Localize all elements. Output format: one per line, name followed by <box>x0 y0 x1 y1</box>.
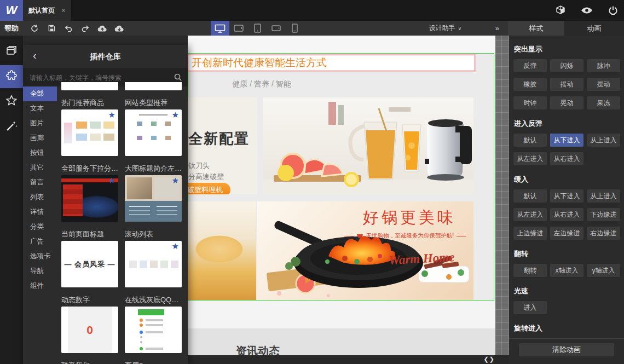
plugin-item[interactable]: 大图标题简介左右切... <box>125 164 182 229</box>
plugin-item-thumbnail[interactable] <box>125 307 182 353</box>
animation-button-晃动[interactable]: 晃动 <box>550 96 583 109</box>
plugin-thumb-partial[interactable] <box>125 82 182 90</box>
animation-button-闪烁[interactable]: 闪烁 <box>550 59 583 72</box>
plugin-item[interactable]: 页眉2 <box>125 361 182 364</box>
plugin-item-thumbnail[interactable]: 0 <box>61 307 118 353</box>
preview-eye-icon[interactable] <box>580 4 593 17</box>
left-banner-button[interactable]: 热破壁料理机 <box>188 183 230 194</box>
animation-button-左边缘进[interactable]: 左边缘进 <box>550 227 583 240</box>
device-phone-portrait-button[interactable] <box>285 21 304 36</box>
animation-button-y轴进入[interactable]: y轴进入 <box>587 264 620 277</box>
animation-button-从右进入[interactable]: 从右进入 <box>550 152 583 165</box>
design-canvas[interactable]: 开创新时代健康智能生活方式 健康 / 营养 / 智能 全新配置 钛刀头 分高速破… <box>188 36 495 355</box>
animation-button-从下进入[interactable]: 从下进入 <box>550 134 583 147</box>
sidebar-item-plugins[interactable] <box>0 65 23 88</box>
animation-button-从上进入[interactable]: 从上进入 <box>587 134 620 147</box>
undo-icon[interactable] <box>62 22 74 34</box>
plugin-item[interactable]: 联系我们 <box>61 361 118 364</box>
plugin-item[interactable]: 全部服务下拉分类带... <box>61 164 118 229</box>
refresh-icon[interactable] <box>28 22 41 34</box>
animation-button-反弹[interactable]: 反弹 <box>513 59 547 72</box>
tab-animation[interactable]: 动画 <box>564 21 624 36</box>
animation-button-从右进入[interactable]: 从右进入 <box>550 208 583 221</box>
category-列表[interactable]: 列表 <box>23 190 57 205</box>
plugin-item-thumbnail[interactable]: — 会员风采 — <box>61 241 118 287</box>
animation-button-默认[interactable]: 默认 <box>513 134 547 147</box>
plugin-thumb-partial[interactable] <box>61 82 118 90</box>
animation-button-脉冲[interactable]: 脉冲 <box>587 59 620 72</box>
tab-style[interactable]: 样式 <box>508 21 564 36</box>
animation-button-右边缘进[interactable]: 右边缘进 <box>587 227 620 240</box>
category-选项卡[interactable]: 选项卡 <box>23 249 57 264</box>
category-组件[interactable]: 组件 <box>23 279 57 293</box>
category-详情[interactable]: 详情 <box>23 205 57 219</box>
animation-button-从左进入[interactable]: 从左进入 <box>513 152 547 165</box>
device-phone-landscape-button[interactable] <box>267 21 285 36</box>
category-全部[interactable]: 全部 <box>23 86 57 101</box>
tab-close-icon[interactable]: × <box>61 6 66 15</box>
sidebar-item-wizard[interactable] <box>0 115 23 138</box>
animation-button-从上进入[interactable]: 从上进入 <box>587 189 620 203</box>
category-按钮[interactable]: 按钮 <box>23 146 57 160</box>
animation-button-下边缘进[interactable]: 下边缘进 <box>587 208 620 221</box>
animation-button-从左进入[interactable]: 从左进入 <box>513 208 547 221</box>
animation-button-翻转[interactable]: 翻转 <box>513 264 547 277</box>
canvas-scroll-gutter[interactable] <box>495 36 509 355</box>
device-tablet-portrait-button[interactable] <box>248 21 267 36</box>
plugin-item[interactable]: 热门推荐商品 <box>61 98 118 164</box>
category-导航[interactable]: 导航 <box>23 264 57 279</box>
device-desktop-button[interactable] <box>211 21 229 36</box>
star-icon[interactable] <box>172 242 179 250</box>
sidebar-item-favorites[interactable] <box>0 90 23 113</box>
plugin-item-thumbnail[interactable] <box>125 109 182 156</box>
plugin-item-thumbnail[interactable] <box>125 175 182 222</box>
category-其它[interactable]: 其它 <box>23 160 57 175</box>
star-icon[interactable] <box>108 176 115 184</box>
animation-button-摇动[interactable]: 摇动 <box>550 78 583 91</box>
category-文本[interactable]: 文本 <box>23 101 57 116</box>
category-分类[interactable]: 分类 <box>23 219 57 234</box>
plugin-item[interactable]: 动态数字0 <box>61 295 118 361</box>
category-图片[interactable]: 图片 <box>23 116 57 131</box>
design-assistant-dropdown[interactable]: 设计助手 ∨ <box>429 21 461 36</box>
collapse-panel-chevron[interactable]: » <box>495 21 499 36</box>
left-product-banner[interactable]: 全新配置 钛刀头 分高速破壁 热破壁料理机 <box>188 97 257 194</box>
animation-button-橡胶[interactable]: 橡胶 <box>513 78 547 91</box>
plugin-item[interactable]: 网站类型推荐 <box>125 98 182 164</box>
animation-button-上边缘进[interactable]: 上边缘进 <box>513 227 547 240</box>
animation-button-从下进入[interactable]: 从下进入 <box>550 189 583 203</box>
star-icon[interactable] <box>172 111 179 119</box>
plugin-item-thumbnail[interactable] <box>61 175 118 222</box>
category-广告[interactable]: 广告 <box>23 234 57 249</box>
sidebar-item-pages[interactable] <box>0 40 23 63</box>
animation-button-进入[interactable]: 进入 <box>513 301 547 314</box>
category-画廊[interactable]: 画廊 <box>23 131 57 146</box>
hero-title-element[interactable]: 开创新时代健康智能生活方式 <box>188 55 475 71</box>
cloud-download-icon[interactable] <box>113 22 125 34</box>
animation-button-x轴进入[interactable]: x轴进入 <box>550 264 583 277</box>
clear-animation-button[interactable]: 清除动画 <box>519 343 614 356</box>
help-button[interactable]: 帮助 <box>4 21 19 36</box>
redo-icon[interactable] <box>79 22 91 34</box>
code-view-icon[interactable]: ❮❯ <box>484 356 495 363</box>
plugin-item[interactable]: 在线浅灰底QQ客服 <box>125 295 182 361</box>
app-logo[interactable]: W <box>0 0 23 21</box>
components-cube-icon[interactable] <box>554 4 567 17</box>
animation-button-时钟[interactable]: 时钟 <box>513 96 547 109</box>
star-icon[interactable] <box>108 111 115 119</box>
wok-promo-banner[interactable]: 好锅更美味 无忧购物，至诚服务为你保驾护航! Warm Home <box>257 201 473 300</box>
plugin-item[interactable]: 当前页面标题— 会员风采 — <box>61 229 118 295</box>
star-icon[interactable] <box>172 176 179 184</box>
kettle-product-photo[interactable] <box>263 97 473 194</box>
device-tablet-landscape-button[interactable] <box>229 21 248 36</box>
plugin-item-thumbnail[interactable] <box>61 109 118 156</box>
cloud-upload-icon[interactable] <box>96 22 108 34</box>
animation-button-摆动[interactable]: 摆动 <box>587 78 620 91</box>
animation-button-默认[interactable]: 默认 <box>513 189 547 203</box>
animation-button-果冻[interactable]: 果冻 <box>587 96 620 109</box>
power-icon[interactable] <box>606 4 620 17</box>
plugin-item-thumbnail[interactable] <box>125 241 182 287</box>
category-留言[interactable]: 留言 <box>23 175 57 190</box>
save-icon[interactable] <box>45 22 57 34</box>
page-tab[interactable]: 默认首页 × <box>23 0 71 21</box>
